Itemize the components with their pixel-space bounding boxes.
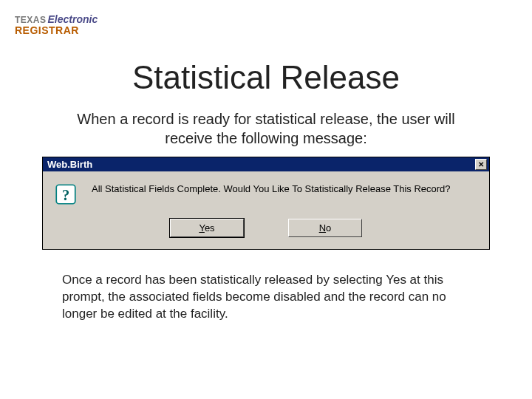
no-rest: o — [326, 222, 331, 233]
logo-texas: TEXAS — [15, 15, 47, 25]
dialog-titlebar: Web.Birth ✕ — [43, 157, 489, 171]
logo-registrar: REGISTRAR — [15, 25, 98, 35]
dialog-message: All Statistical Fields Complete. Would Y… — [92, 182, 451, 196]
yes-button[interactable]: Yes — [170, 219, 244, 237]
message-dialog: Web.Birth ✕ ? All Statistical Fields Com… — [42, 157, 490, 250]
close-button[interactable]: ✕ — [475, 159, 487, 170]
yes-rest: es — [205, 222, 215, 233]
question-icon: ? — [53, 182, 78, 207]
dialog-title: Web.Birth — [47, 159, 92, 170]
logo-electronic: Electronic — [48, 13, 98, 25]
svg-text:?: ? — [62, 187, 69, 203]
page-title: Statistical Release — [0, 59, 532, 96]
no-mnemonic: N — [319, 222, 326, 233]
dialog-body: ? All Statistical Fields Complete. Would… — [43, 171, 489, 211]
close-icon: ✕ — [478, 161, 484, 168]
outro-text: Once a record has been statistically rel… — [62, 272, 470, 323]
brand-logo: TEXASElectronic REGISTRAR — [15, 13, 98, 35]
yes-mnemonic: Y — [199, 222, 204, 233]
no-button[interactable]: No — [288, 219, 362, 237]
dialog-button-row: Yes No — [43, 211, 489, 249]
intro-text: When a record is ready for statistical r… — [59, 109, 473, 148]
